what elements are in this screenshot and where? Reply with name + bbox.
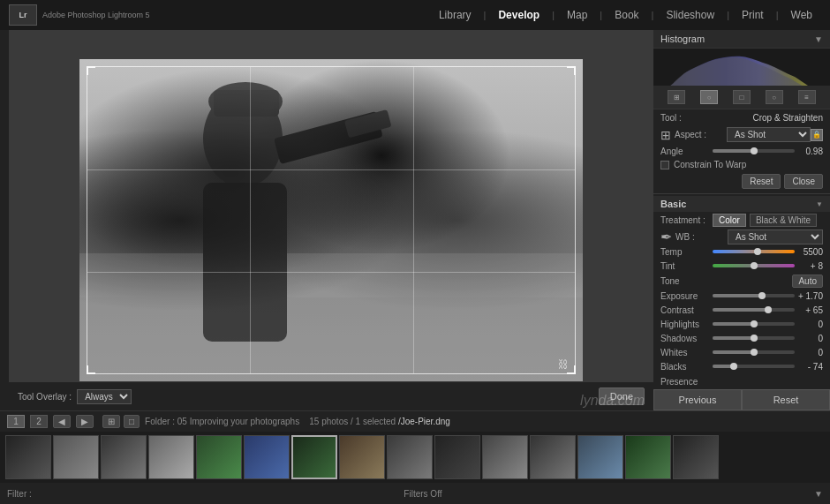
thumb-1[interactable] [5, 435, 51, 479]
tab-print[interactable]: Print [733, 0, 773, 30]
auto-button[interactable]: Auto [792, 275, 823, 288]
constrain-row: Constrain To Warp [653, 158, 830, 171]
temp-slider[interactable] [713, 250, 795, 253]
aspect-row: ⊞ Aspect : As Shot 🔒 [653, 125, 830, 144]
histogram-collapse-icon[interactable]: ▼ [814, 34, 823, 44]
thumb-13[interactable] [577, 435, 623, 479]
page-num-2[interactable]: 2 [30, 415, 48, 428]
shadows-value: 0 [798, 334, 823, 343]
loupe-view-btn[interactable]: □ [124, 415, 140, 428]
tab-slideshow[interactable]: Slideshow [657, 0, 723, 30]
grad-filter-tool-icon[interactable]: ○ [766, 90, 783, 104]
basic-collapse-icon: ▼ [816, 200, 823, 208]
grid-view-btn[interactable]: ⊞ [102, 415, 120, 428]
thumb-14[interactable] [625, 435, 671, 479]
tool-label: Tool : [660, 113, 709, 123]
crop-buttons: Reset Close [653, 171, 830, 192]
bottom-actions: Previous Reset [653, 389, 830, 410]
filter-arrow-icon[interactable]: ▼ [814, 489, 823, 499]
tab-web[interactable]: Web [782, 0, 821, 30]
temp-label: Temp [660, 247, 709, 257]
thumb-10[interactable] [434, 435, 480, 479]
svg-rect-7 [214, 90, 279, 117]
constrain-label: Constrain To Warp [674, 160, 746, 169]
center-area: ⛓ Tool Overlay : Always Done [9, 30, 653, 410]
tool-overlay-select[interactable]: Always [77, 389, 132, 404]
wb-dropdown[interactable]: As Shot [728, 229, 823, 244]
thumb-3[interactable] [101, 435, 147, 479]
previous-button[interactable]: Previous [653, 389, 742, 410]
color-button[interactable]: Color [713, 214, 746, 227]
svg-rect-1 [79, 297, 583, 381]
tab-book[interactable]: Book [606, 0, 647, 30]
reset-button[interactable]: Reset [742, 389, 830, 410]
blacks-slider[interactable] [713, 365, 795, 368]
shadows-row: Shadows 0 [653, 331, 830, 345]
nav-sep-1: | [482, 10, 488, 20]
svg-rect-3 [203, 183, 287, 342]
angle-label: Angle [660, 147, 709, 156]
link-icon: ⛓ [558, 358, 569, 371]
thumb-12[interactable] [530, 435, 576, 479]
contrast-slider[interactable] [713, 308, 795, 312]
thumb-8[interactable] [339, 435, 385, 479]
wb-label: WB : [675, 232, 724, 242]
main-layout: ⛓ Tool Overlay : Always Done Histogram ▼ [0, 30, 830, 410]
done-button[interactable]: Done [599, 387, 645, 405]
aspect-lock-icon[interactable]: 🔒 [811, 129, 823, 141]
contrast-label: Contrast [660, 305, 709, 315]
tint-row: Tint + 8 [653, 259, 830, 273]
thumb-9[interactable] [387, 435, 433, 479]
filmstrip-area: 1 2 ◀ ▶ ⊞ □ Folder : 05 Improving your p… [0, 410, 830, 504]
filmstrip-prev-btn[interactable]: ◀ [53, 415, 71, 428]
thumb-7[interactable] [291, 435, 337, 479]
thumb-5[interactable] [196, 435, 242, 479]
wb-row: ✒ WB : As Shot [653, 229, 830, 244]
exposure-slider[interactable] [713, 294, 795, 297]
aspect-dropdown[interactable]: As Shot [727, 127, 811, 142]
bw-button[interactable]: Black & White [750, 214, 817, 227]
spot-heal-tool-icon[interactable]: ○ [700, 90, 718, 104]
highlights-row: Highlights 0 [653, 317, 830, 331]
radial-filter-tool-icon[interactable]: ≡ [798, 90, 816, 104]
crop-close-button[interactable]: Close [784, 174, 823, 189]
histogram-header: Histogram ▼ [653, 30, 830, 49]
nav-sep-3: | [598, 10, 604, 20]
tool-icons-row: ⊞ ○ □ ○ ≡ [653, 86, 830, 109]
blacks-label: Blacks [660, 362, 709, 372]
highlights-slider[interactable] [713, 322, 795, 326]
thumb-4[interactable] [148, 435, 194, 479]
contrast-row: Contrast + 65 [653, 303, 830, 317]
filmstrip-bottom: Filter : Filters Off ▼ [0, 483, 830, 504]
tint-slider[interactable] [713, 264, 795, 267]
thumb-11[interactable] [482, 435, 528, 479]
page-num-1[interactable]: 1 [7, 415, 25, 428]
basic-section-header[interactable]: Basic ▼ [653, 196, 830, 212]
tone-row: Tone Auto [653, 273, 830, 289]
tab-develop[interactable]: Develop [489, 0, 548, 30]
whites-slider[interactable] [713, 350, 795, 354]
tab-map[interactable]: Map [558, 0, 596, 30]
histogram-area [653, 49, 830, 86]
angle-slider[interactable] [713, 149, 795, 153]
left-panel [0, 30, 9, 410]
exposure-value: + 1.70 [798, 291, 823, 301]
shadows-slider[interactable] [713, 336, 795, 340]
exposure-label: Exposure [660, 291, 709, 301]
wb-icon: ✒ [660, 229, 672, 245]
thumb-6[interactable] [244, 435, 290, 479]
crop-reset-button[interactable]: Reset [742, 174, 781, 189]
constrain-checkbox[interactable] [660, 161, 669, 169]
crop-tool-icon[interactable]: ⊞ [668, 90, 685, 104]
temp-row: Temp 5500 [653, 244, 830, 259]
tab-library[interactable]: Library [430, 0, 480, 30]
thumb-15[interactable] [673, 435, 719, 479]
temp-value: 5500 [798, 247, 823, 257]
redeye-tool-icon[interactable]: □ [733, 90, 751, 104]
filmstrip-next-btn[interactable]: ▶ [76, 415, 94, 428]
thumb-2[interactable] [53, 435, 99, 479]
nav-sep-2: | [550, 10, 556, 20]
treatment-label: Treatment : [660, 215, 709, 225]
center-toolbar: Tool Overlay : Always Done [9, 382, 653, 410]
tool-overlay-label: Tool Overlay : [18, 392, 72, 402]
